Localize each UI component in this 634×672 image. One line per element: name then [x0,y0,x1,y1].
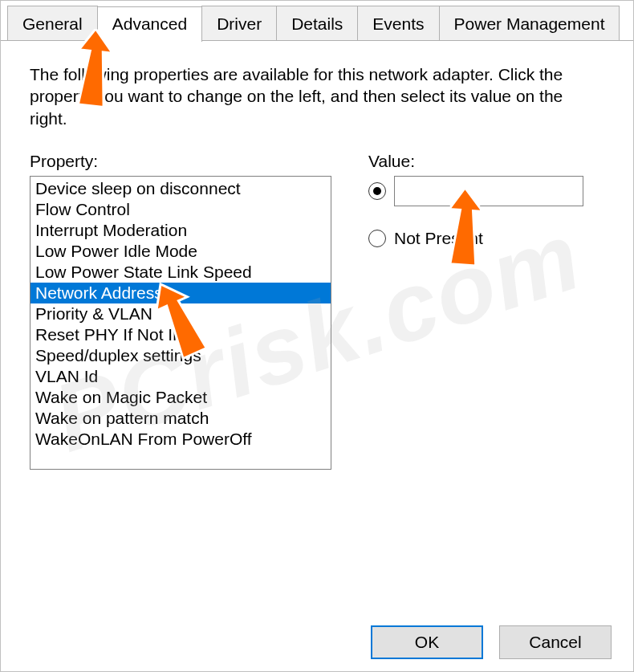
list-item[interactable]: WakeOnLAN From PowerOff [30,429,331,450]
list-item[interactable]: Interrupt Moderation [30,220,331,241]
list-item-selected[interactable]: Network Address [30,283,331,303]
list-item[interactable]: Device sleep on disconnect [30,178,331,199]
list-item[interactable]: Wake on Magic Packet [30,387,331,408]
radio-value[interactable] [368,182,386,200]
property-label: Property: [30,152,331,171]
list-item[interactable]: Wake on pattern match [30,408,331,429]
list-item[interactable]: Flow Control [30,199,331,220]
list-item[interactable]: Low Power State Link Speed [30,262,331,283]
value-label: Value: [368,152,604,171]
list-item[interactable]: Priority & VLAN [30,303,331,324]
tab-content: The following properties are available f… [1,41,633,486]
list-item[interactable]: Reset PHY If Not In [30,324,331,345]
ok-button[interactable]: OK [371,625,483,659]
value-input[interactable] [394,176,583,206]
tab-power-management[interactable]: Power Management [439,6,620,40]
radio-not-present[interactable] [368,230,386,247]
tab-general[interactable]: General [7,6,98,40]
tab-events[interactable]: Events [357,6,439,40]
properties-dialog: General Advanced Driver Details Events P… [0,0,634,672]
not-present-label: Not Present [394,229,483,248]
button-bar: OK Cancel [371,625,612,659]
list-item[interactable]: VLAN Id [30,366,331,387]
tab-strip: General Advanced Driver Details Events P… [1,1,633,41]
tab-driver[interactable]: Driver [201,6,277,40]
tab-details[interactable]: Details [276,6,358,40]
cancel-button[interactable]: Cancel [499,625,612,659]
description-text: The following properties are available f… [30,63,604,129]
tab-advanced[interactable]: Advanced [97,6,202,42]
list-item[interactable]: Speed/duplex settings [30,345,331,366]
list-item[interactable]: Low Power Idle Mode [30,241,331,262]
property-listbox[interactable]: Device sleep on disconnect Flow Control … [30,176,331,470]
